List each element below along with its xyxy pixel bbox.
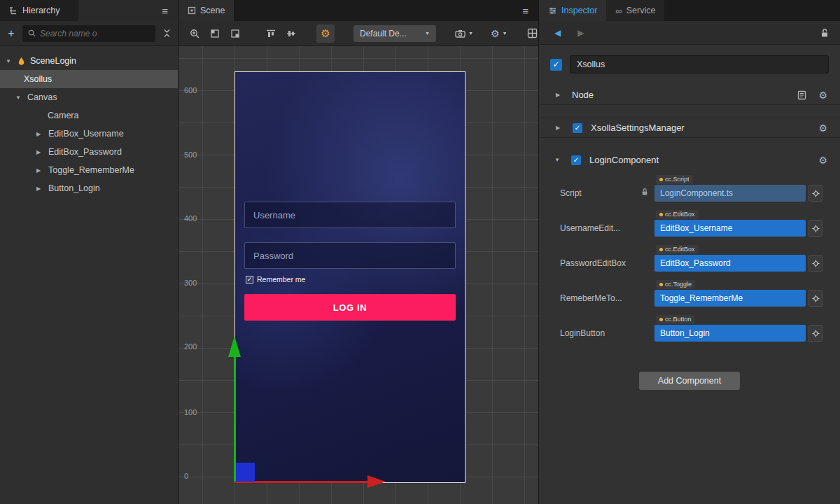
password-placeholder: Password [253,251,293,261]
chevron-right-icon[interactable]: ▶ [36,167,43,174]
lock-icon [641,188,648,196]
nav-forward-icon[interactable]: ▶ [578,28,584,38]
chevron-right-icon[interactable]: ▶ [36,149,43,155]
scene-settings-dropdown[interactable]: ⚙ ▼ [491,29,507,38]
chevron-right-icon[interactable]: ▶ [36,186,43,192]
preview-login-button[interactable]: LOG IN [244,294,456,321]
check-icon: ✓ [575,124,580,132]
prop-row-username-editbox: UsernameEdit... cc.EditBox EditBox_Usern… [539,205,840,240]
script-reference-field[interactable]: LoginComponent.ts [654,185,806,202]
gizmo-x-axis-arrow[interactable] [368,475,386,488]
prop-row-password-editbox: PasswordEditBox cc.EditBox EditBox_Passw… [539,240,840,275]
hierarchy-search-box[interactable] [22,25,155,42]
search-input[interactable] [40,29,150,38]
paste-in-icon[interactable] [210,29,220,38]
device-preset-value: Default De... [360,29,407,38]
chevron-right-icon[interactable]: ▶ [556,92,563,98]
node-active-checkbox[interactable]: ✓ [550,59,562,71]
tree-node-canvas[interactable]: ▼ Canvas [0,88,178,106]
tree-node-scenelogin[interactable]: ▼ SceneLogin [0,52,178,70]
tab-scene[interactable]: Scene [178,0,234,21]
component-enabled-checkbox[interactable]: ✓ [571,155,581,165]
gear-icon[interactable]: ⚙ [818,155,827,165]
tree-node-editbox-password[interactable]: ▶ EditBox_Password [0,143,178,161]
component-icons: ⚙ [818,123,827,133]
hierarchy-menu-icon[interactable]: ≡ [162,5,168,17]
node-reference-field[interactable]: EditBox_Username [654,220,806,237]
chevron-right-icon[interactable]: ▶ [556,125,563,131]
node-reference-field[interactable]: Toggle_RememberMe [654,290,806,307]
asset-dot-icon [659,318,663,321]
scene-cube-icon [188,6,196,15]
align-middle-icon[interactable] [286,29,296,38]
chevron-right-icon[interactable]: ▶ [36,131,43,137]
chevron-down-icon[interactable]: ▼ [554,157,561,163]
tab-hierarchy[interactable]: Hierarchy [0,0,78,21]
username-placeholder: Username [253,210,295,220]
device-preset-dropdown[interactable]: Default De... ▼ [354,25,436,42]
tree-node-label: Xsollus [24,74,52,84]
component-name: LoginComponent [589,155,659,165]
asset-dot-icon [659,248,663,251]
reference-picker-button[interactable] [808,325,822,342]
gizmo-origin-handle[interactable] [236,463,255,482]
node-name-row: ✓ [550,55,829,74]
ruler-label: 500 [184,150,197,159]
reference-picker-button[interactable] [808,185,822,202]
gizmo-y-axis-arrow[interactable] [228,336,241,357]
tree-node-label: Camera [48,111,78,120]
chevron-down-icon[interactable]: ▼ [15,94,22,101]
view-mode-dropdown[interactable]: ▼ [455,29,473,38]
hierarchy-tabbar: Hierarchy ≡ [0,0,178,21]
inspector-tab-label: Inspector [561,6,597,15]
scene-viewport[interactable]: 600 500 400 300 200 100 0 Username Passw… [178,46,538,504]
node-reference-field[interactable]: EditBox_Password [654,255,806,272]
create-node-button[interactable]: + [6,28,17,39]
add-component-button[interactable]: Add Component [639,372,740,390]
gizmo-settings-button[interactable]: ⚙ [316,24,335,43]
tree-node-button-login[interactable]: ▶ Button_Login [0,179,178,197]
checkbox-icon[interactable]: ✓ [246,276,253,284]
zoom-icon[interactable] [190,29,200,38]
node-name-input[interactable] [570,55,829,74]
tree-node-xsollus[interactable]: Xsollus [0,70,178,88]
chevron-down-icon: ▼ [468,31,473,36]
xsolla-settings-manager-header[interactable]: ▶ ✓ XsollaSettingsManager ⚙ [539,118,840,138]
login-component-header[interactable]: ▼ ✓ LoginComponent ⚙ [539,150,840,170]
grid-toggle-icon[interactable] [527,28,538,38]
ruler-label: 200 [184,342,197,351]
design-canvas[interactable]: Username Password ✓ Remember me LOG IN [234,71,465,483]
tab-service[interactable]: ∞ Service [606,0,664,21]
nav-back-icon[interactable]: ◀ [554,28,561,38]
preview-username-field[interactable]: Username [244,202,456,228]
unlock-icon[interactable] [820,28,829,38]
asset-dot-icon [659,178,663,181]
node-reference-field[interactable]: Button_Login [654,325,806,342]
scene-menu-icon[interactable]: ≡ [522,5,528,17]
component-type-badge: cc.Button [656,315,695,324]
document-icon[interactable] [797,90,806,100]
login-component-properties: Script cc.Script LoginComponent.ts Usern… [539,170,840,345]
paste-out-icon[interactable] [230,29,240,38]
preview-remember-toggle[interactable]: ✓ Remember me [246,275,305,284]
prop-label: UsernameEdit... [560,223,643,233]
node-section-header[interactable]: ▶ Node ⚙ [539,85,840,105]
tab-inspector[interactable]: Inspector [539,0,606,21]
reference-picker-button[interactable] [808,290,822,307]
component-enabled-checkbox[interactable]: ✓ [573,123,582,133]
reference-picker-button[interactable] [808,255,822,272]
gear-icon[interactable]: ⚙ [818,90,827,100]
preview-password-field[interactable]: Password [244,242,456,269]
editor-window: Hierarchy ≡ + ↻ ▼ SceneLogin X [0,0,840,504]
badge-label: cc.EditBox [665,211,695,218]
tree-node-camera[interactable]: Camera [0,106,178,125]
service-tab-label: Service [626,6,656,15]
collapse-all-icon[interactable] [161,29,172,38]
gear-icon[interactable]: ⚙ [818,123,827,133]
tree-node-toggle-rememberme[interactable]: ▶ Toggle_RememberMe [0,161,178,179]
reference-picker-button[interactable] [808,220,822,237]
node-section-label: Node [572,90,594,100]
chevron-down-icon[interactable]: ▼ [6,58,13,64]
tree-node-editbox-username[interactable]: ▶ EditBox_Username [0,125,178,143]
align-top-icon[interactable] [266,29,276,38]
